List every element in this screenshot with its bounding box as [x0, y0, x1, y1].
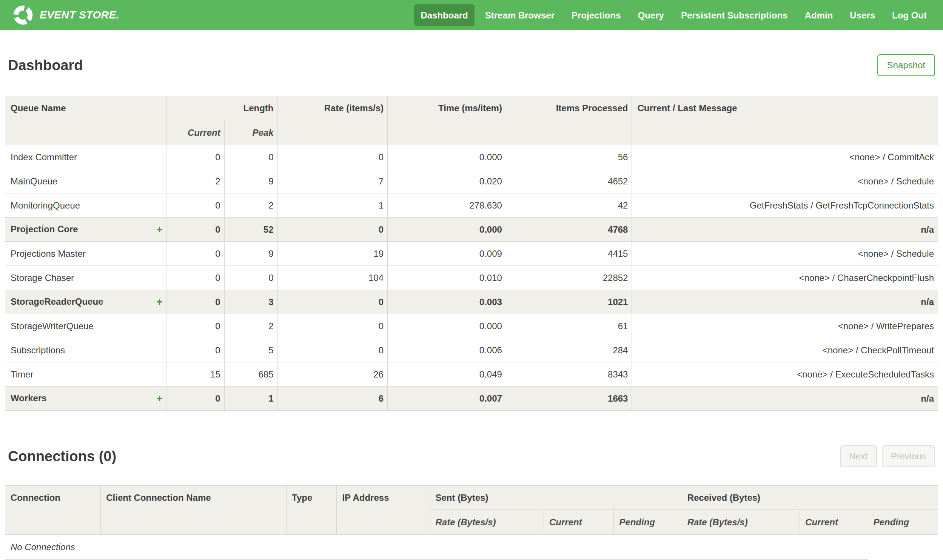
queue-message-cell: <none> / CheckPollTimeout: [632, 338, 938, 362]
col-sent-pending: Pending: [614, 510, 682, 535]
queue-rate-cell: 0: [278, 218, 388, 242]
col-ip-address: IP Address: [337, 486, 430, 535]
queue-name: Subscriptions: [11, 345, 65, 355]
queue-name-cell: Timer: [5, 362, 167, 386]
connections-pager: Next Previous: [840, 445, 935, 467]
queue-items-cell: 1021: [506, 290, 632, 314]
queue-name-cell: MainQueue: [5, 169, 167, 194]
queue-name: StorageReaderQueue: [11, 296, 103, 306]
queue-name: Storage Chaser: [11, 273, 74, 283]
queue-name-cell: Projections Master: [5, 242, 167, 266]
queue-peak-cell: 1: [224, 386, 278, 411]
queue-time-cell: 0.000: [388, 314, 506, 338]
queue-rate-cell: 19: [278, 242, 388, 266]
queue-message-cell: n/a: [632, 290, 938, 314]
queue-rate-cell: 26: [278, 362, 388, 386]
queue-items-cell: 8343: [506, 362, 632, 386]
queue-name-cell: Storage Chaser: [5, 266, 167, 290]
queue-message-cell: <none> / Schedule: [632, 169, 938, 194]
queue-time-cell: 0.049: [388, 362, 506, 386]
snapshot-button[interactable]: Snapshot: [877, 54, 935, 76]
connections-table-body: No Connections: [5, 535, 938, 560]
next-button[interactable]: Next: [840, 445, 877, 467]
queue-peak-cell: 685: [224, 362, 278, 386]
previous-button[interactable]: Previous: [882, 445, 935, 467]
queue-rate-cell: 7: [278, 169, 388, 194]
nav-item-stream-browser[interactable]: Stream Browser: [478, 4, 561, 26]
queue-time-cell: 0.007: [388, 386, 506, 411]
queues-table-header: Queue Name Length Rate (items/s) Time (m…: [5, 96, 938, 145]
nav-item-users[interactable]: Users: [843, 4, 881, 26]
col-received-rate: Rate (Bytes/s): [682, 510, 800, 535]
queue-current-cell: 0: [167, 314, 224, 338]
queue-current-cell: 0: [167, 290, 224, 314]
queue-current-cell: 0: [167, 386, 224, 411]
queue-peak-cell: 2: [224, 194, 278, 218]
queue-current-cell: 0: [167, 218, 224, 242]
queue-row: Projection Core+05200.0004768n/a: [5, 218, 938, 242]
queue-message-cell: <none> / Schedule: [632, 242, 938, 266]
queue-name-cell: Index Committer: [5, 145, 167, 169]
queue-row: Workers+0160.0071663n/a: [5, 386, 938, 411]
expand-plus-icon[interactable]: +: [157, 393, 163, 404]
queue-peak-cell: 3: [224, 290, 278, 314]
queue-row: MonitoringQueue021278.63042GetFreshStats…: [5, 194, 938, 218]
queue-row: Timer15685260.0498343<none> / ExecuteSch…: [5, 362, 938, 386]
queue-time-cell: 0.003: [388, 290, 506, 314]
queue-name-cell: Subscriptions: [5, 338, 167, 362]
col-items-processed: Items Processed: [506, 96, 632, 145]
queue-rate-cell: 0: [278, 290, 388, 314]
queue-items-cell: 61: [506, 314, 632, 338]
queue-time-cell: 278.630: [388, 194, 506, 218]
queue-rate-cell: 0: [278, 145, 388, 169]
queue-peak-cell: 0: [224, 266, 278, 290]
col-sent-bytes-group: Sent (Bytes): [430, 486, 682, 510]
queue-message-cell: GetFreshStats / GetFreshTcpConnectionSta…: [632, 194, 938, 218]
col-length: Length: [167, 96, 278, 120]
col-received-pending: Pending: [868, 510, 938, 535]
queue-time-cell: 0.009: [388, 242, 506, 266]
queue-rate-cell: 104: [278, 266, 388, 290]
queue-message-cell: <none> / WritePrepares: [632, 314, 938, 338]
queue-rate-cell: 0: [278, 338, 388, 362]
nav-item-persistent-subscriptions[interactable]: Persistent Subscriptions: [674, 4, 794, 26]
page-title: Dashboard: [8, 57, 83, 74]
queue-rate-cell: 6: [278, 386, 388, 411]
queue-items-cell: 4768: [506, 218, 632, 242]
connections-table: Connection Client Connection Name Type I…: [5, 485, 938, 560]
queue-message-cell: n/a: [632, 386, 938, 411]
queue-items-cell: 4415: [506, 242, 632, 266]
queue-row: StorageReaderQueue+0300.0031021n/a: [5, 290, 938, 314]
queue-name-cell: Workers+: [5, 386, 167, 411]
queue-message-cell: n/a: [632, 218, 938, 242]
nav-item-projections[interactable]: Projections: [565, 4, 627, 26]
queues-table: Queue Name Length Rate (items/s) Time (m…: [5, 96, 938, 411]
queue-time-cell: 0.020: [388, 169, 506, 194]
queue-name: StorageWriterQueue: [11, 321, 94, 331]
brand[interactable]: EVENT STORE.: [12, 4, 119, 26]
queue-peak-cell: 5: [224, 338, 278, 362]
queue-name: Index Committer: [11, 152, 77, 162]
expand-plus-icon[interactable]: +: [157, 296, 163, 308]
col-connection: Connection: [5, 486, 101, 535]
empty-cell: [868, 535, 938, 560]
queue-name: MainQueue: [11, 176, 57, 186]
queue-row: Storage Chaser001040.01022852<none> / Ch…: [5, 266, 938, 290]
queue-row: MainQueue2970.0204652<none> / Schedule: [5, 169, 938, 194]
queue-message-cell: <none> / ExecuteScheduledTasks: [632, 362, 938, 386]
queue-current-cell: 2: [167, 169, 224, 194]
main-nav: DashboardStream BrowserProjectionsQueryP…: [414, 4, 933, 26]
queue-message-cell: <none> / CommitAck: [632, 145, 938, 169]
nav-item-dashboard[interactable]: Dashboard: [414, 4, 474, 26]
col-queue-name: Queue Name: [5, 96, 167, 145]
nav-item-log-out[interactable]: Log Out: [886, 4, 933, 26]
nav-item-admin[interactable]: Admin: [798, 4, 840, 26]
queue-name-cell: StorageWriterQueue: [5, 314, 167, 338]
queue-row: Projections Master09190.0094415<none> / …: [5, 242, 938, 266]
queue-peak-cell: 52: [224, 218, 278, 242]
nav-item-query[interactable]: Query: [631, 4, 670, 26]
expand-plus-icon[interactable]: +: [157, 224, 163, 235]
col-message: Current / Last Message: [632, 96, 938, 145]
queue-items-cell: 56: [506, 145, 632, 169]
connections-title: Connections (0): [8, 448, 116, 465]
